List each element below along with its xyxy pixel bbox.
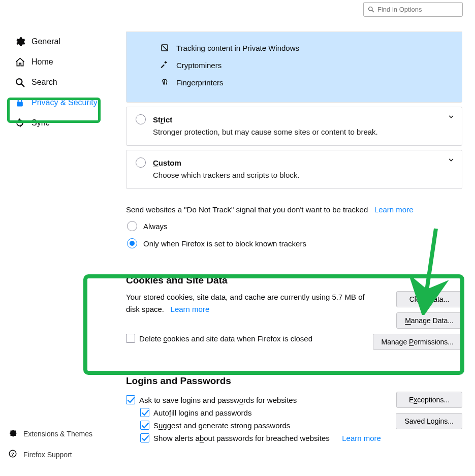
sidebar-item-label: Search xyxy=(31,78,57,87)
manage-permissions-button[interactable]: Manage Permissions... xyxy=(373,334,462,350)
custom-title: Custom xyxy=(153,158,181,167)
autofill-checkbox[interactable] xyxy=(140,408,149,417)
svg-line-3 xyxy=(21,84,24,86)
sidebar-item-general[interactable]: General xyxy=(7,31,109,52)
dnt-onlywhen-radio[interactable] xyxy=(127,238,137,248)
fingerprinter-icon xyxy=(160,78,169,87)
dnt-always-radio[interactable] xyxy=(127,221,137,231)
sidebar-item-label: Sync xyxy=(31,118,50,128)
sidebar-item-sync[interactable]: Sync xyxy=(7,113,109,133)
suggest-checkbox[interactable] xyxy=(140,421,149,430)
sidebar-item-privacy[interactable]: Privacy & Security xyxy=(7,92,109,113)
footer-support[interactable]: ? Firefox Support xyxy=(8,449,92,460)
manage-data-button[interactable]: Manage Data... xyxy=(396,312,462,329)
cookies-heading: Cookies and Site Data xyxy=(126,275,462,286)
custom-radio[interactable] xyxy=(136,157,146,168)
tracking-icon xyxy=(160,43,169,52)
svg-line-1 xyxy=(372,10,373,12)
ask-save-label: Ask to save logins and passwords for web… xyxy=(139,396,297,404)
dnt-always-label: Always xyxy=(143,222,168,231)
feature-label: Tracking content in Private Windows xyxy=(176,44,299,52)
ask-save-checkbox[interactable] xyxy=(126,395,135,404)
strict-title: Strict xyxy=(153,115,172,124)
gear-icon xyxy=(14,36,25,47)
suggest-label: Suggest and generate strong passwords xyxy=(153,421,290,430)
cryptominer-icon xyxy=(160,60,169,70)
feature-label: Cryptominers xyxy=(176,61,221,70)
strict-radio[interactable] xyxy=(136,114,146,124)
logins-heading: Logins and Passwords xyxy=(126,375,462,387)
clear-data-button[interactable]: Clear Data... xyxy=(396,291,462,307)
dnt-section: Send websites a "Do Not Track" signal th… xyxy=(126,205,462,248)
sidebar-item-label: Privacy & Security xyxy=(31,98,98,107)
sidebar-item-search[interactable]: Search xyxy=(7,72,109,92)
chevron-down-icon[interactable] xyxy=(448,113,455,122)
sidebar: General Home Search Privacy & Security S… xyxy=(7,31,109,133)
puzzle-icon xyxy=(8,428,17,439)
footer-extensions[interactable]: Extensions & Themes xyxy=(8,428,92,439)
feature-label: Fingerprinters xyxy=(176,78,224,87)
footer-label: Extensions & Themes xyxy=(23,430,92,438)
search-icon xyxy=(368,6,374,13)
saved-logins-button[interactable]: Saved Logins... xyxy=(396,413,462,429)
custom-desc: Choose which trackers and scripts to blo… xyxy=(153,171,453,179)
sync-icon xyxy=(14,117,25,129)
footer-label: Firefox Support xyxy=(23,451,72,459)
chevron-down-icon[interactable] xyxy=(448,156,455,165)
search-box[interactable] xyxy=(363,2,463,17)
dnt-onlywhen-label: Only when Firefox is set to block known … xyxy=(143,239,306,248)
svg-rect-4 xyxy=(17,102,23,106)
delete-on-close-checkbox[interactable] xyxy=(126,334,135,343)
cookies-learn-more-link[interactable]: Learn more xyxy=(171,305,210,313)
cookies-section: Cookies and Site Data Your stored cookie… xyxy=(126,275,462,350)
search-input[interactable] xyxy=(377,6,458,13)
delete-on-close-label: Delete cookies and site data when Firefo… xyxy=(139,334,312,343)
breached-label: Show alerts about passwords for breached… xyxy=(153,434,330,442)
sidebar-item-home[interactable]: Home xyxy=(7,52,109,72)
strict-card[interactable]: Strict Stronger protection, but may caus… xyxy=(126,107,462,146)
strict-desc: Stronger protection, but may cause some … xyxy=(153,128,453,136)
svg-text:?: ? xyxy=(11,451,14,457)
cookies-description: Your stored cookies, site data, and cach… xyxy=(126,291,367,315)
main-content: Tracking content in Private Windows Cryp… xyxy=(126,31,462,446)
sidebar-item-label: General xyxy=(31,37,60,46)
svg-line-8 xyxy=(163,46,167,50)
logins-section: Logins and Passwords Ask to save logins … xyxy=(126,375,462,446)
exceptions-button[interactable]: Exceptions... xyxy=(396,392,462,408)
breached-learn-more-link[interactable]: Learn more xyxy=(342,434,381,442)
search-icon xyxy=(14,77,25,88)
footer-links: Extensions & Themes ? Firefox Support xyxy=(8,428,92,460)
custom-card[interactable]: Custom Choose which trackers and scripts… xyxy=(126,150,462,189)
autofill-label: Autofill logins and passwords xyxy=(153,408,251,417)
dnt-description: Send websites a "Do Not Track" signal th… xyxy=(126,205,368,214)
home-icon xyxy=(14,56,25,68)
help-icon: ? xyxy=(8,449,17,460)
standard-protection-card: Tracking content in Private Windows Cryp… xyxy=(126,31,462,103)
dnt-learn-more-link[interactable]: Learn more xyxy=(374,205,414,214)
breached-checkbox[interactable] xyxy=(140,433,149,442)
lock-icon xyxy=(14,97,25,108)
sidebar-item-label: Home xyxy=(31,57,53,67)
